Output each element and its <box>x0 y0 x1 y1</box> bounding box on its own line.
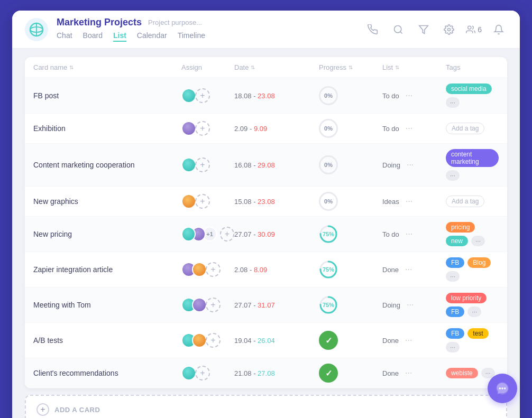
more-tag-button[interactable]: ··· <box>446 342 460 352</box>
more-button[interactable]: ··· <box>405 368 412 378</box>
tag[interactable]: FB <box>446 306 464 317</box>
col-assign: Assign <box>181 63 234 71</box>
card-name-1: FB post <box>33 91 181 100</box>
add-tag-button[interactable]: Add a tag <box>446 123 484 134</box>
add-tag-button[interactable]: Add a tag <box>446 196 484 207</box>
table-row: FB post + 18.08 - 23.08 0% To do ··· soc… <box>25 78 507 114</box>
avatar-group-1: + <box>181 88 234 103</box>
add-assignee-button[interactable]: + <box>206 298 221 312</box>
tags-cell-3: content marketing ··· <box>446 149 499 181</box>
tag[interactable]: new <box>446 236 468 246</box>
phone-icon[interactable] <box>364 21 381 38</box>
avatar <box>181 121 196 136</box>
add-assignee-button[interactable]: + <box>206 333 221 348</box>
table-row: Exhibition + 2.09 - 9.09 0% To do ··· Ad… <box>25 114 507 144</box>
tag[interactable]: pricing <box>446 222 475 233</box>
tab-calendar[interactable]: Calendar <box>137 30 167 42</box>
avatar <box>181 366 196 380</box>
tags-cell-2: Add a tag <box>446 123 499 134</box>
more-tag-button[interactable]: ··· <box>467 306 481 317</box>
tab-list[interactable]: List <box>113 30 126 42</box>
more-tag-button[interactable]: ··· <box>446 97 460 108</box>
sort-icon-name: ⇅ <box>69 64 74 70</box>
logo[interactable] <box>25 18 48 41</box>
more-button[interactable]: ··· <box>405 336 412 345</box>
add-assignee-button[interactable]: + <box>220 227 234 241</box>
progress-5: 75% <box>319 225 338 244</box>
tab-timeline[interactable]: Timeline <box>178 30 205 42</box>
header: Marketing Projects Project purpose... Ch… <box>12 11 520 49</box>
project-title-row: Marketing Projects Project purpose... <box>57 17 205 28</box>
more-button[interactable]: ··· <box>406 197 412 206</box>
list-cell-2: To do ··· <box>382 124 446 133</box>
tab-chat[interactable]: Chat <box>57 30 72 42</box>
table-container: Card name ⇅ Assign Date ⇅ Progress ⇅ Lis… <box>25 57 507 388</box>
more-tag-button[interactable]: ··· <box>471 236 485 246</box>
add-assignee-button[interactable]: + <box>195 366 210 380</box>
date-range-4: 15.08 - 23.08 <box>234 198 319 206</box>
more-button[interactable]: ··· <box>407 300 414 310</box>
table-row: Zapier integration article + 2.08 - 8.09… <box>25 252 507 287</box>
more-button[interactable]: ··· <box>405 265 412 274</box>
progress-7: 75% <box>319 295 338 314</box>
date-range-7: 27.07 - 31.07 <box>234 301 319 309</box>
settings-icon[interactable] <box>441 21 457 38</box>
col-progress: Progress ⇅ <box>319 63 382 71</box>
card-name-8: A/B tests <box>33 336 181 345</box>
table-header: Card name ⇅ Assign Date ⇅ Progress ⇅ Lis… <box>25 57 507 78</box>
list-cell-9: Done ··· <box>382 368 446 378</box>
svg-point-5 <box>448 28 451 31</box>
progress-1: 0% <box>319 86 338 105</box>
tag[interactable]: low priority <box>446 293 487 303</box>
avatar-group-3: + <box>181 157 234 172</box>
tags-cell-1: social media ··· <box>446 83 499 108</box>
card-name-6: Zapier integration article <box>33 265 181 274</box>
col-card-name: Card name ⇅ <box>33 63 181 71</box>
more-button[interactable]: ··· <box>406 229 412 239</box>
date-range-8: 19.04 - 26.04 <box>234 337 319 345</box>
avatar <box>181 157 196 172</box>
tag[interactable]: test <box>467 328 488 339</box>
list-cell-6: Done ··· <box>382 265 446 274</box>
tag[interactable]: webiste <box>446 368 478 378</box>
tag[interactable]: content marketing <box>446 149 499 167</box>
col-list: List ⇅ <box>382 63 446 71</box>
add-card-icon: + <box>36 403 49 416</box>
add-assignee-button[interactable]: + <box>195 88 210 103</box>
chat-widget-button[interactable] <box>488 374 517 403</box>
filter-icon[interactable] <box>415 21 432 38</box>
more-button[interactable]: ··· <box>406 91 412 100</box>
svg-point-6 <box>468 26 471 29</box>
date-range-2: 2.09 - 9.09 <box>234 125 319 133</box>
date-range-6: 2.08 - 8.09 <box>234 266 319 274</box>
sort-icon-date: ⇅ <box>251 64 255 70</box>
tags-cell-7: low priority FB ··· <box>446 293 499 317</box>
list-cell-1: To do ··· <box>382 91 446 100</box>
add-assignee-button[interactable]: + <box>206 262 221 277</box>
more-tag-button[interactable]: ··· <box>446 170 460 181</box>
add-card-row[interactable]: + ADD A CARD <box>25 395 507 418</box>
user-count-button[interactable]: 6 <box>466 25 482 34</box>
avatar <box>192 333 207 348</box>
tag[interactable]: Blog <box>467 257 491 268</box>
notification-icon[interactable] <box>490 21 507 38</box>
app-container: Marketing Projects Project purpose... Ch… <box>12 11 520 418</box>
list-cell-3: Doing ··· <box>382 160 446 170</box>
add-assignee-button[interactable]: + <box>195 194 210 209</box>
tab-board[interactable]: Board <box>83 30 103 42</box>
add-assignee-button[interactable]: + <box>195 157 210 172</box>
tag[interactable]: FB <box>446 257 464 268</box>
tags-cell-6: FB Blog ··· <box>446 257 499 282</box>
table-row: A/B tests + 19.04 - 26.04 ✓ Done ··· <box>25 323 507 358</box>
date-range-9: 21.08 - 27.08 <box>234 369 319 377</box>
add-assignee-button[interactable]: + <box>195 121 210 136</box>
tag[interactable]: FB <box>446 328 464 339</box>
more-button[interactable]: ··· <box>406 124 412 133</box>
sort-icon-progress: ⇅ <box>348 64 353 70</box>
tag[interactable]: social media <box>446 83 492 94</box>
project-purpose: Project purpose... <box>148 18 202 26</box>
more-button[interactable]: ··· <box>407 160 414 170</box>
tags-cell-9: webiste ··· <box>446 368 499 378</box>
more-tag-button[interactable]: ··· <box>446 271 460 282</box>
search-icon[interactable] <box>390 21 407 38</box>
